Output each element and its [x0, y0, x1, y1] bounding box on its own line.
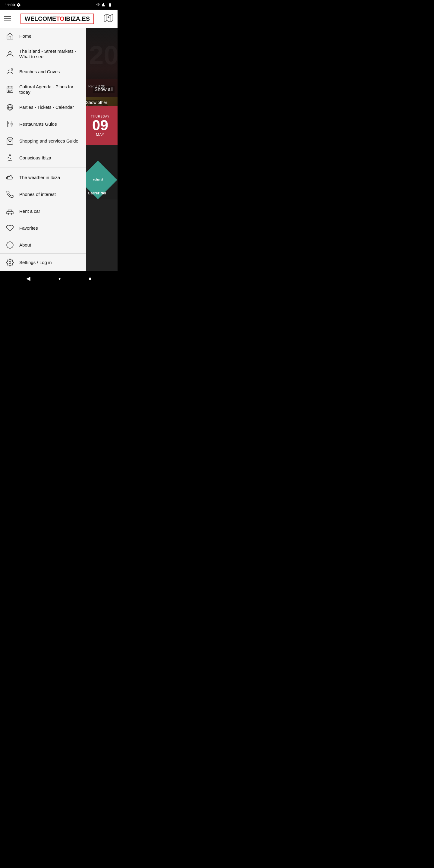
sidebar-item-home-label: Home	[19, 33, 31, 39]
cart-icon	[5, 136, 14, 146]
status-time: 11:09	[5, 3, 15, 7]
info-icon	[5, 241, 14, 250]
logo-text: WELCOMETOIBIZA.ES	[25, 16, 90, 22]
recents-button[interactable]: ■	[89, 276, 91, 281]
meditation-icon	[5, 153, 14, 162]
carrer-del-text: Carrer del	[88, 191, 106, 195]
globe-icon	[5, 103, 14, 112]
sidebar-item-beaches[interactable]: Beaches and Coves	[0, 63, 86, 80]
date-card-month: MAY	[96, 133, 104, 137]
sidebar-item-cultural[interactable]: Cultural Agenda - Plans for today	[0, 80, 86, 99]
car-icon	[5, 207, 14, 216]
svg-point-5	[11, 69, 13, 70]
heart-icon	[5, 224, 14, 233]
sidebar-item-phones-label: Phones of interest	[19, 192, 56, 197]
island-icon	[5, 50, 14, 59]
gear-icon	[17, 3, 21, 7]
sidebar-item-restaurants[interactable]: Restaurants Guide	[0, 116, 86, 133]
sidebar-item-conscious[interactable]: Conscious Ibiza	[0, 150, 86, 166]
sidebar-item-beaches-label: Beaches and Coves	[19, 69, 60, 74]
phone-icon	[5, 190, 14, 199]
hamburger-menu-button[interactable]	[4, 16, 11, 21]
app-bar: WELCOMETOIBIZA.ES	[0, 10, 118, 28]
sidebar-item-weather[interactable]: The weather in Ibiza	[0, 169, 86, 186]
svg-point-22	[9, 155, 10, 156]
svg-point-10	[8, 90, 9, 90]
home-icon	[5, 32, 14, 41]
app-logo[interactable]: WELCOMETOIBIZA.ES	[21, 13, 94, 24]
sidebar-item-about-label: About	[19, 242, 31, 248]
content-section-dates: Show other dates THURSDAY 09 MAY	[86, 97, 118, 145]
divider-1	[0, 167, 86, 168]
sidebar-item-rentacar[interactable]: Rent a car	[0, 203, 86, 220]
main-content: 20 RedBull 20 Show all Show other dates …	[86, 28, 118, 271]
settings-footer-button[interactable]: Settings / Log in	[0, 253, 86, 271]
svg-point-4	[9, 51, 11, 54]
sidebar-item-cultural-label: Cultural Agenda - Plans for today	[19, 84, 81, 95]
sidebar-item-island[interactable]: The island - Street markets - What to se…	[0, 44, 86, 63]
settings-icon	[5, 258, 14, 267]
svg-point-13	[8, 91, 9, 92]
status-icons	[96, 3, 113, 7]
status-bar: 11:09	[0, 0, 118, 10]
sidebar-item-parties[interactable]: Parties - Tickets - Calendar	[0, 99, 86, 116]
system-nav-bar: ◀ ● ■	[0, 271, 118, 286]
content-section-events: 20 RedBull 20 Show all	[86, 28, 118, 97]
sidebar-item-shopping-label: Shopping and services Guide	[19, 138, 79, 144]
sidebar-item-restaurants-label: Restaurants Guide	[19, 121, 57, 127]
map-icon-button[interactable]	[104, 13, 113, 24]
svg-point-3	[108, 17, 109, 18]
content-section-cultural: cultural Carrer del	[86, 145, 118, 199]
sidebar-item-home[interactable]: Home	[0, 28, 86, 44]
sidebar-item-rentacar-label: Rent a car	[19, 209, 40, 214]
sidebar-item-phones[interactable]: Phones of interest	[0, 186, 86, 203]
weather-icon	[5, 173, 14, 182]
sidebar-item-conscious-label: Conscious Ibiza	[19, 155, 51, 161]
show-all-button[interactable]: Show all	[93, 86, 115, 93]
sidebar-item-weather-label: The weather in Ibiza	[19, 175, 60, 180]
back-button[interactable]: ◀	[26, 275, 30, 282]
sidebar-item-about[interactable]: About	[0, 237, 86, 253]
sidebar-item-favorites-label: Favorites	[19, 225, 38, 231]
svg-point-14	[10, 91, 10, 92]
sidebar-item-favorites[interactable]: Favorites	[0, 220, 86, 237]
date-card-day-number: 09	[92, 118, 108, 133]
calendar-icon	[5, 85, 14, 94]
date-card: THURSDAY 09 MAY	[86, 106, 118, 145]
settings-footer-label: Settings / Log in	[19, 260, 52, 265]
navigation-drawer: Home The island - Street markets - What …	[0, 28, 86, 271]
sidebar-item-parties-label: Parties - Tickets - Calendar	[19, 104, 74, 110]
sidebar-item-island-label: The island - Street markets - What to se…	[19, 49, 81, 59]
svg-point-30	[9, 261, 11, 264]
svg-point-12	[11, 90, 11, 90]
beach-icon	[5, 67, 14, 76]
home-button[interactable]: ●	[59, 276, 61, 281]
sidebar-item-shopping[interactable]: Shopping and services Guide	[0, 133, 86, 150]
svg-point-11	[10, 90, 10, 90]
restaurant-icon	[5, 120, 14, 129]
